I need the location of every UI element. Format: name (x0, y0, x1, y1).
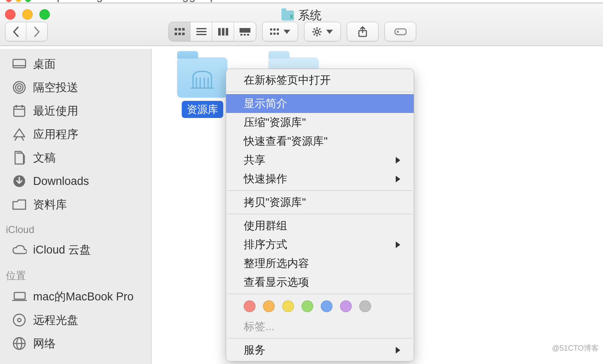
context-menu-label: 快速操作 (244, 172, 287, 186)
svg-line-29 (314, 34, 315, 35)
svg-rect-10 (222, 28, 224, 36)
minimize-button[interactable] (22, 9, 33, 20)
svg-rect-2 (182, 28, 185, 31)
svg-rect-7 (196, 31, 206, 32)
sidebar-item-downloads[interactable]: Downloads (0, 169, 151, 193)
sidebar-item-desktop[interactable]: 桌面 (0, 52, 151, 76)
svg-rect-0 (175, 28, 177, 31)
svg-rect-40 (15, 105, 17, 108)
svg-rect-8 (196, 34, 206, 35)
context-menu-item[interactable]: 显示简介 (226, 94, 414, 113)
fullscreen-button[interactable] (39, 9, 50, 20)
sidebar-item-label: iCloud 云盘 (33, 242, 91, 257)
svg-rect-5 (182, 33, 185, 35)
view-list-button[interactable] (191, 22, 212, 41)
svg-rect-15 (247, 34, 249, 36)
context-menu-item[interactable]: 排序方式 (226, 235, 414, 254)
grid-icon (175, 28, 185, 36)
sidebar-item-folder[interactable]: 资料库 (0, 193, 151, 216)
sidebar: 桌面隔空投送最近使用应用程序文稿Downloads资料库iCloudiCloud… (0, 49, 152, 364)
svg-line-28 (319, 34, 320, 35)
finder-window: X 系统 (0, 3, 603, 364)
edit-tags-button[interactable] (384, 22, 416, 41)
context-menu-label: 共享 (244, 153, 265, 167)
context-menu-item[interactable]: 服务 (226, 341, 414, 359)
view-columns-button[interactable] (212, 22, 234, 41)
svg-rect-9 (218, 28, 221, 36)
desktop-icon (12, 56, 27, 72)
svg-rect-21 (277, 33, 279, 35)
close-button[interactable] (5, 9, 15, 20)
tag-color[interactable] (340, 300, 352, 312)
sidebar-item-apps[interactable]: 应用程序 (0, 123, 151, 146)
context-menu-item[interactable]: 查看显示选项 (226, 273, 414, 292)
context-menu-item[interactable]: 整理所选内容 (226, 254, 414, 273)
context-menu-item[interactable]: 快速操作 (226, 169, 414, 188)
sidebar-item-cloud[interactable]: iCloud 云盘 (0, 238, 151, 261)
view-icons-button[interactable] (169, 22, 191, 41)
svg-rect-18 (277, 28, 279, 31)
sidebar-item-label: 网络 (33, 336, 56, 351)
svg-rect-6 (196, 28, 206, 29)
svg-rect-13 (240, 34, 242, 36)
sidebar-item-label: 应用程序 (33, 127, 78, 142)
sidebar-item-disc[interactable]: 远程光盘 (0, 308, 151, 332)
svg-line-27 (314, 28, 315, 30)
apps-icon (12, 127, 27, 142)
sidebar-item-recents[interactable]: 最近使用 (0, 99, 151, 123)
folder-item-library[interactable]: 资源库 (173, 57, 232, 118)
context-menu-item[interactable]: 快速查看"资源库" (226, 132, 414, 151)
list-icon (196, 28, 206, 36)
share-icon (358, 26, 367, 37)
sidebar-item-label: 远程光盘 (33, 313, 78, 328)
svg-point-48 (18, 318, 21, 322)
context-tags-row (226, 296, 414, 317)
tag-color[interactable] (244, 300, 255, 312)
back-button[interactable] (5, 22, 26, 41)
sidebar-item-laptop[interactable]: mac的MacBook Pro (0, 285, 151, 308)
tag-color[interactable] (263, 300, 275, 312)
svg-rect-38 (14, 106, 25, 116)
view-mode-segment (168, 22, 256, 41)
view-gallery-button[interactable] (234, 22, 256, 41)
svg-rect-14 (244, 34, 246, 36)
svg-rect-3 (175, 33, 177, 35)
sidebar-item-documents[interactable]: 文稿 (0, 146, 151, 169)
context-menu-separator (227, 92, 413, 92)
context-menu-item[interactable]: 拷贝"资源库" (226, 193, 414, 212)
action-dropdown[interactable] (304, 22, 341, 41)
columns-icon (218, 28, 228, 36)
share-button[interactable] (347, 22, 379, 41)
svg-rect-45 (14, 292, 25, 299)
network-icon (12, 336, 27, 351)
chevron-down-icon (283, 30, 290, 34)
context-menu-item[interactable]: 在新标签页中打开 (226, 71, 414, 90)
svg-rect-17 (273, 28, 276, 31)
sidebar-item-label: 隔空投送 (33, 80, 78, 95)
sidebar-item-label: 最近使用 (33, 103, 78, 118)
content-area[interactable]: 资源库 在新标签页中打开显示简介压缩"资源库"快速查看"资源库"共享快速操作拷贝… (152, 49, 603, 364)
sidebar-section-header: iCloud (0, 216, 151, 238)
sidebar-item-network[interactable]: 网络 (0, 332, 151, 355)
context-menu-item[interactable]: 压缩"资源库" (226, 113, 414, 132)
tag-color[interactable] (302, 300, 313, 312)
svg-rect-19 (270, 33, 272, 35)
documents-icon (12, 150, 27, 165)
context-menu: 在新标签页中打开显示简介压缩"资源库"快速查看"资源库"共享快速操作拷贝"资源库… (226, 69, 414, 361)
grid-small-icon (270, 28, 279, 35)
svg-point-36 (15, 84, 23, 91)
sidebar-item-airdrop[interactable]: 隔空投送 (0, 76, 151, 99)
tag-color[interactable] (359, 300, 371, 312)
downloads-icon (12, 174, 27, 189)
context-menu-label: 查看显示选项 (244, 275, 309, 290)
tag-color[interactable] (321, 300, 332, 312)
arrange-dropdown[interactable] (262, 22, 298, 41)
context-menu-label: 整理所选内容 (244, 256, 309, 271)
tag-color[interactable] (282, 300, 294, 312)
context-menu-item[interactable]: 共享 (226, 151, 414, 169)
context-menu-label: 在新标签页中打开 (244, 73, 331, 87)
sidebar-section-header: 标签 (0, 355, 151, 364)
context-menu-separator (227, 190, 413, 191)
forward-button[interactable] (26, 22, 47, 41)
context-menu-item[interactable]: 使用群组 (226, 216, 414, 235)
